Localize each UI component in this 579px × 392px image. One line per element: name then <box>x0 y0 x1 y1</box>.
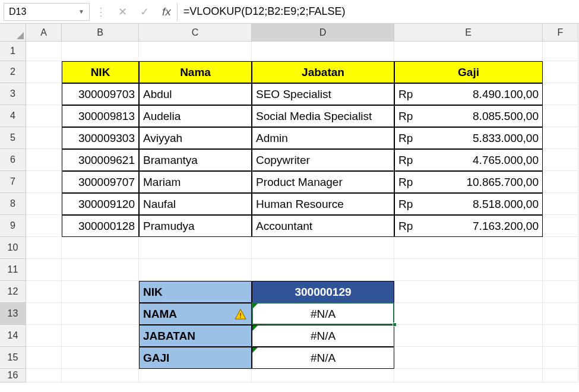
cell-E8[interactable]: Rp8.518.000,00 <box>394 193 543 215</box>
cell-C5[interactable]: Aviyyah <box>139 127 252 149</box>
cell-D5[interactable]: Admin <box>252 127 394 149</box>
lookup-value-gaji[interactable]: #N/A <box>252 347 394 369</box>
name-box-dropdown-icon[interactable]: ▼ <box>78 8 84 15</box>
cell-B6[interactable]: 300009621 <box>62 149 139 171</box>
cell-E11[interactable] <box>394 259 543 281</box>
cell-A6[interactable] <box>26 149 62 171</box>
col-header-A[interactable]: A <box>26 24 62 42</box>
cell-A5[interactable] <box>26 127 62 149</box>
cell-D3[interactable]: SEO Specialist <box>252 83 394 105</box>
cell-A8[interactable] <box>26 193 62 215</box>
cell-A4[interactable] <box>26 105 62 127</box>
lookup-label-nama[interactable]: NAMA ! <box>139 303 252 325</box>
cell-A14[interactable] <box>26 325 62 347</box>
cancel-icon[interactable]: ✕ <box>118 5 127 18</box>
cell-F4[interactable] <box>543 105 578 127</box>
cell-F5[interactable] <box>543 127 578 149</box>
cell-A2[interactable] <box>26 61 62 83</box>
cell-B13[interactable] <box>62 303 139 325</box>
cell-F13[interactable] <box>543 303 578 325</box>
cell-A3[interactable] <box>26 83 62 105</box>
cell-E1[interactable] <box>394 42 543 61</box>
cell-A10[interactable] <box>26 237 62 259</box>
cell-E4[interactable]: Rp8.085.500,00 <box>394 105 543 127</box>
col-header-F[interactable]: F <box>543 24 578 42</box>
cell-F2[interactable] <box>543 61 578 83</box>
row-header-6[interactable]: 6 <box>0 149 26 171</box>
cell-E12[interactable] <box>394 281 543 303</box>
cell-D11[interactable] <box>252 259 394 281</box>
row-header-11[interactable]: 11 <box>0 259 26 281</box>
cell-F12[interactable] <box>543 281 578 303</box>
cell-E13[interactable] <box>394 303 543 325</box>
row-header-13[interactable]: 13 <box>0 303 26 325</box>
cell-F6[interactable] <box>543 149 578 171</box>
cell-D6[interactable]: Copywriter <box>252 149 394 171</box>
cell-F15[interactable] <box>543 347 578 369</box>
cell-B12[interactable] <box>62 281 139 303</box>
cell-B1[interactable] <box>62 42 139 61</box>
confirm-icon[interactable]: ✓ <box>140 5 149 18</box>
cell-B3[interactable]: 300009703 <box>62 83 139 105</box>
row-header-8[interactable]: 8 <box>0 193 26 215</box>
cell-B14[interactable] <box>62 325 139 347</box>
fx-icon[interactable]: fx <box>162 5 171 18</box>
cell-D1[interactable] <box>252 42 394 61</box>
lookup-value-jabatan[interactable]: #N/A <box>252 325 394 347</box>
lookup-value-nama[interactable]: #N/A <box>252 303 394 325</box>
cell-A15[interactable] <box>26 347 62 369</box>
cell-B4[interactable]: 300009813 <box>62 105 139 127</box>
cell-B8[interactable]: 300009120 <box>62 193 139 215</box>
cell-D16[interactable] <box>252 369 394 382</box>
cell-B16[interactable] <box>62 369 139 382</box>
cell-D7[interactable]: Product Manager <box>252 171 394 193</box>
cell-B5[interactable]: 300009303 <box>62 127 139 149</box>
cell-E7[interactable]: Rp10.865.700,00 <box>394 171 543 193</box>
cell-A16[interactable] <box>26 369 62 382</box>
cell-C8[interactable]: Naufal <box>139 193 252 215</box>
cell-F7[interactable] <box>543 171 578 193</box>
cell-C11[interactable] <box>139 259 252 281</box>
row-header-3[interactable]: 3 <box>0 83 26 105</box>
cell-F14[interactable] <box>543 325 578 347</box>
row-header-12[interactable]: 12 <box>0 281 26 303</box>
cell-B15[interactable] <box>62 347 139 369</box>
cell-B9[interactable]: 300000128 <box>62 215 139 237</box>
col-header-C[interactable]: C <box>139 24 252 42</box>
cell-A12[interactable] <box>26 281 62 303</box>
cell-F8[interactable] <box>543 193 578 215</box>
fill-handle[interactable] <box>393 323 397 327</box>
row-header-9[interactable]: 9 <box>0 215 26 237</box>
cell-E10[interactable] <box>394 237 543 259</box>
row-header-14[interactable]: 14 <box>0 325 26 347</box>
lookup-label-nik[interactable]: NIK <box>139 281 252 303</box>
row-header-4[interactable]: 4 <box>0 105 26 127</box>
cells-area[interactable]: NIK Nama Jabatan Gaji 300009703 Abdul SE… <box>26 42 578 382</box>
cell-F10[interactable] <box>543 237 578 259</box>
cell-F1[interactable] <box>543 42 578 61</box>
table-header-nama[interactable]: Nama <box>139 61 252 83</box>
lookup-label-gaji[interactable]: GAJI <box>139 347 252 369</box>
col-header-B[interactable]: B <box>62 24 139 42</box>
cell-E15[interactable] <box>394 347 543 369</box>
cell-D10[interactable] <box>252 237 394 259</box>
cell-C1[interactable] <box>139 42 252 61</box>
cell-A9[interactable] <box>26 215 62 237</box>
row-header-7[interactable]: 7 <box>0 171 26 193</box>
cell-E6[interactable]: Rp4.765.000,00 <box>394 149 543 171</box>
cell-B7[interactable]: 300009707 <box>62 171 139 193</box>
cell-B10[interactable] <box>62 237 139 259</box>
formula-input[interactable] <box>177 3 579 21</box>
col-header-D[interactable]: D <box>252 24 394 42</box>
cell-A7[interactable] <box>26 171 62 193</box>
cell-E3[interactable]: Rp8.490.100,00 <box>394 83 543 105</box>
row-header-2[interactable]: 2 <box>0 61 26 83</box>
cell-F16[interactable] <box>543 369 578 382</box>
cell-C6[interactable]: Bramantya <box>139 149 252 171</box>
row-header-15[interactable]: 15 <box>0 347 26 369</box>
cell-C4[interactable]: Audelia <box>139 105 252 127</box>
row-header-10[interactable]: 10 <box>0 237 26 259</box>
table-header-jabatan[interactable]: Jabatan <box>252 61 394 83</box>
cell-F3[interactable] <box>543 83 578 105</box>
cell-E14[interactable] <box>394 325 543 347</box>
